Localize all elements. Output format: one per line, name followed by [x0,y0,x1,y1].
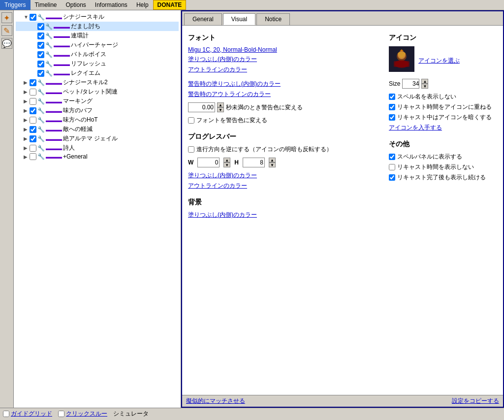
pb-outline-color-link[interactable]: アウトラインのカラー [188,182,379,190]
tree-check-12[interactable] [30,126,36,133]
continue-after-done-check[interactable] [389,174,395,181]
tree-check-7[interactable] [30,79,36,86]
icon-preview [389,46,414,72]
w-down-btn[interactable]: ▼ [223,162,230,167]
copy-settings-link[interactable]: 設定をコピーする [452,397,499,405]
tree-row-10[interactable]: ▶ 🔧 ▬▬▬ 味方のバフ [16,106,179,115]
tab-visual[interactable]: Visual [223,13,255,25]
menu-triggers[interactable]: Triggers [0,0,31,10]
font-warning-check[interactable] [188,117,194,124]
tree-check-8[interactable] [30,89,36,96]
tree-row-3[interactable]: 🔧 ▬▬▬ ハイパーチャージ [16,40,179,50]
progressbar-reverse-check[interactable] [188,146,194,153]
fuzzy-match-link[interactable]: 擬似的にマッチさせる [186,397,245,405]
tree-row-7[interactable]: ▶ 🔧 ▬▬▬ シナジースキル2 [16,78,179,87]
add-trigger-btn[interactable]: ✦ [1,12,12,23]
show-spell-name-check[interactable] [389,94,395,100]
tree-row-13[interactable]: ▶ 🔧 ▬▬▬ 絶アルテマ ジェイル [16,134,179,143]
continue-after-done-label: リキャスト完了後も表示し続ける [397,173,486,182]
seconds-input-row: 0.00 ▲ ▼ 秒未満のとき警告色に変える [188,102,379,112]
h-up-btn[interactable]: ▲ [269,158,276,162]
tree-row-11[interactable]: ▶ 🔧 ▬▬▬ 味方へのHoT [16,115,179,125]
tree-check-6[interactable] [37,70,44,77]
tree-check-13[interactable] [30,135,36,142]
tree-row-9[interactable]: ▶ 🔧 ▬▬▬ マーキング [16,97,179,106]
donate-button[interactable]: DONATE [153,0,187,10]
tree-label-9: マーキング [63,97,93,105]
tab-notice[interactable]: Notice [256,13,290,25]
seconds-input[interactable]: 0.00 [188,102,215,112]
warning-outline-color-link[interactable]: 警告時のアウトラインのカラー [188,90,379,98]
size-input[interactable]: 34 [402,79,419,89]
tree-row-5[interactable]: 🔧 ▬▬▬ リフレッシュ [16,59,179,68]
h-input[interactable]: 8 [243,158,265,167]
continue-after-done-row: リキャスト完了後も表示し続ける [389,173,497,182]
tree-check-3[interactable] [37,42,44,49]
tree-check-9[interactable] [30,98,36,105]
tree-row-12[interactable]: ▶ 🔧 ▬▬▬ 敵への軽減 [16,125,179,134]
seconds-up-btn[interactable]: ▲ [217,102,224,107]
pb-fill-color-link[interactable]: 塗りつぶし(内側)のカラー [188,171,379,180]
w-up-btn[interactable]: ▲ [223,158,230,162]
tree-row-4[interactable]: 🔧 ▬▬▬ バトルボイス [16,50,179,59]
menu-informations[interactable]: Informations [91,0,132,10]
warning-fill-color-link[interactable]: 警告時の塗りつぶし(内側)のカラー [188,80,379,88]
menu-help[interactable]: Help [132,0,153,10]
choose-icon-link[interactable]: アイコンを選ぶ [418,57,460,65]
fill-color-link[interactable]: 塗りつぶし(内側)のカラー [188,55,379,64]
hide-recast-check[interactable] [389,164,395,170]
font-name-link[interactable]: Migu 1C, 20, Normal-Bold-Normal [188,46,379,53]
h-down-btn[interactable]: ▼ [269,162,276,167]
tree-check-14[interactable] [30,145,36,152]
tree-area: ▼ 🔧 ▬▬▬ シナジースキル 🔧 ▬▬▬ だまし討ち 🔧 ▬▬▬ 連環 [14,10,181,408]
menu-options[interactable]: Options [61,0,90,10]
h-spinner[interactable]: ▲ ▼ [269,158,276,167]
tree-row-14[interactable]: ▶ 🔧 ▬▬▬ 詩人 [16,143,179,153]
bars-icon-14: ▬▬▬ [46,145,62,151]
icon-section: アイコン [389,33,497,132]
side-toolbar: ✦ ✎ 💬 [0,10,14,408]
tree-check-2[interactable] [37,32,44,39]
tree-row-8[interactable]: ▶ 🔧 ▬▬▬ ペット/タレット関連 [16,87,179,97]
tree-check-15[interactable] [30,153,36,160]
edit-btn[interactable]: ✎ [1,25,12,36]
w-spinner[interactable]: ▲ ▼ [223,158,230,167]
size-down-btn[interactable]: ▼ [421,84,428,89]
size-up-btn[interactable]: ▲ [421,79,428,84]
seconds-down-btn[interactable]: ▼ [217,107,224,112]
tree-label-1: だまし討ち [71,22,100,31]
tree-label-15: +General [63,153,88,160]
tree-check-4[interactable] [37,51,44,58]
guide-grid-check[interactable] [3,411,9,417]
tree-row-6[interactable]: 🔧 ▬▬▬ レクイエム [16,68,179,78]
dark-recast-check[interactable] [389,114,395,121]
recast-overlay-check[interactable] [389,104,395,110]
tab-general[interactable]: General [184,13,222,25]
outline-color-link[interactable]: アウトラインのカラー [188,65,379,74]
wrench-icon-2: 🔧 [45,32,53,39]
bars-icon-15: ▬▬▬ [46,154,62,160]
tree-row-2[interactable]: 🔧 ▬▬▬ 連環計 [16,31,179,40]
menu-timeline[interactable]: Timeline [31,0,62,10]
tree-check-10[interactable] [30,107,36,114]
show-spell-panel-check[interactable] [389,154,395,160]
tree-check-0[interactable] [30,14,36,21]
tree-check-11[interactable] [30,117,36,124]
tree-row-0[interactable]: ▼ 🔧 ▬▬▬ シナジースキル [16,12,179,22]
show-spell-name-label: スペル名を表示しない [397,93,456,101]
bg-fill-color-link[interactable]: 塗りつぶし(内側)のカラー [188,211,379,219]
seconds-spinner[interactable]: ▲ ▼ [217,102,224,112]
size-spinner[interactable]: ▲ ▼ [421,79,428,89]
tree-check-5[interactable] [37,61,44,67]
comment-btn[interactable]: 💬 [1,38,12,49]
progressbar-section-title: プログレスバー [188,132,379,141]
bars-icon-9: ▬▬▬ [46,98,62,104]
bottom-bar: ガイドグリッド クリックスルー シミュレータ [0,408,504,420]
h-label: H [234,159,239,166]
tree-row-15[interactable]: ▶ 🔧 ▬▬▬ +General [16,153,179,161]
get-icon-link[interactable]: アイコンを入手する [389,124,497,132]
click-through-check[interactable] [58,411,64,417]
tree-check-1[interactable] [37,23,44,30]
tree-row-1[interactable]: 🔧 ▬▬▬ だまし討ち [16,22,179,31]
w-input[interactable]: 0 [197,158,220,167]
